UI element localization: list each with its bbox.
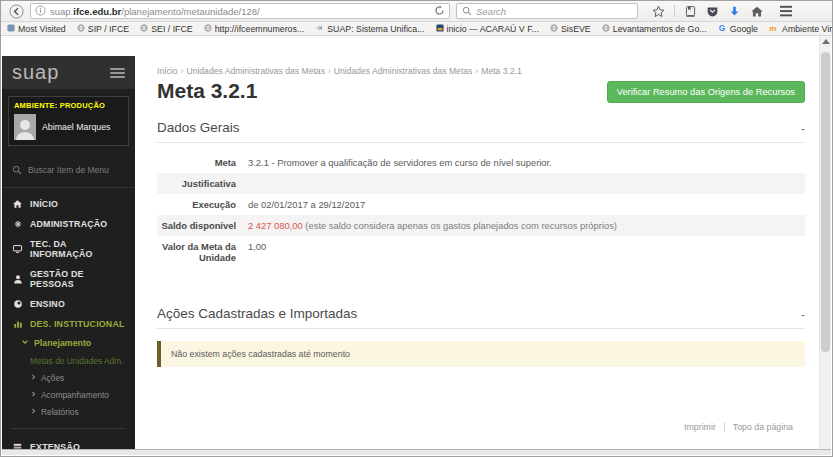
bookmark-ambiente-virtual-de-a[interactable]: mAmbiente Virtual de A...	[769, 24, 832, 34]
toolbar-buttons	[652, 5, 793, 18]
data-row-justificativa: Justificativa	[157, 173, 805, 194]
page-viewport: suap AMBIENTE: PRODUÇÃO Abimael Marques …	[2, 36, 831, 455]
chevron-right-icon	[30, 390, 37, 400]
menu-divider	[12, 428, 125, 429]
row-value: 1,00	[245, 236, 805, 268]
search-input[interactable]: Search	[456, 3, 638, 19]
info-icon[interactable]	[35, 2, 46, 20]
user-name[interactable]: Abimael Marques	[42, 122, 110, 132]
chevron-right-icon	[30, 407, 37, 417]
bookmark-label: Most Visited	[18, 24, 66, 34]
suap-logo: suap	[12, 61, 59, 84]
sidebar-item-label: TEC. DA INFORMAÇÃO	[30, 239, 125, 259]
breadcrumb-item-unidades-administrativas-das-metas[interactable]: Unidades Administrativas das Metas	[334, 66, 473, 76]
bookmark-label: SisEVE	[561, 24, 591, 34]
reload-icon[interactable]	[434, 2, 445, 20]
cog-icon	[12, 219, 23, 229]
bookmark-label: Levantamentos de Go...	[613, 24, 707, 34]
bookmark-label: SIP / IFCE	[88, 24, 129, 34]
url-bar[interactable]: suap.ifce.edu.br/planejamento/metaunidad…	[30, 3, 450, 19]
collapse-toggle[interactable]: -	[801, 123, 805, 135]
user-icon	[12, 274, 23, 284]
bookmark-google[interactable]: GGoogle	[718, 23, 758, 34]
circle-icon	[12, 299, 23, 309]
sidebar-item-planejamento[interactable]: Planejamento	[2, 334, 135, 352]
globe-icon	[550, 24, 558, 34]
bar-chart-icon	[12, 319, 23, 329]
bookmark-siseve[interactable]: SisEVE	[550, 24, 591, 34]
row-value: 2 427 080,00 (este saldo considera apena…	[245, 215, 805, 236]
google-icon: G	[718, 23, 727, 34]
scrollbar-thumb[interactable]	[821, 52, 830, 352]
sidebar-item-inicio[interactable]: INÍCIO	[2, 194, 135, 214]
pocket-shield-icon[interactable]	[706, 5, 719, 18]
row-value: 3.2.1 - Promover a qualificação de servi…	[245, 152, 805, 173]
user-box: AMBIENTE: PRODUÇÃO Abimael Marques	[8, 96, 129, 146]
sidebar-item-metas-de-unidades-adm[interactable]: Metas de Unidades Adm.	[2, 352, 135, 369]
sidebar-item-label: Metas de Unidades Adm.	[30, 356, 124, 366]
page-scrollbar[interactable]	[819, 36, 831, 449]
sidebar-item-label: DES. INSTITUCIONAL	[30, 319, 125, 329]
most-visited-icon	[7, 24, 15, 34]
sidebar-item-label: Planejamento	[34, 338, 91, 348]
sidebar-header: suap	[2, 56, 135, 89]
main-content: Início›Unidades Administrativas das Meta…	[157, 66, 805, 367]
breadcrumb-separator: ›	[328, 66, 331, 76]
scrollbar-up-arrow-icon[interactable]	[820, 39, 831, 49]
data-row-meta: Meta3.2.1 - Promover a qualificação de s…	[157, 152, 805, 173]
bookmark-inicio-acarau-v-f[interactable]: inicio — ACARAÚ V F...	[436, 24, 539, 34]
menu-search-input[interactable]: Buscar Item de Menu	[2, 152, 135, 188]
sidebar-item-des-institucional[interactable]: DES. INSTITUCIONAL	[2, 314, 135, 334]
url-text: suap.ifce.edu.br/planejamento/metaunidad…	[50, 6, 430, 17]
sidebar-item-ensino[interactable]: ENSINO	[2, 294, 135, 314]
svg-text:G: G	[718, 24, 724, 33]
bookmark-most-visited[interactable]: Most Visited	[7, 24, 66, 34]
globe-icon	[602, 24, 610, 34]
bookmark-levantamentos-de-go[interactable]: Levantamentos de Go...	[602, 24, 707, 34]
sidebar-item-gestao-de-pessoas[interactable]: GESTÃO DE PESSOAS	[2, 264, 135, 294]
sidebar-hamburger-icon[interactable]	[110, 68, 125, 78]
breadcrumb-item-unidades-administrativas-das-metas[interactable]: Unidades Administrativas das Metas	[186, 66, 325, 76]
row-label: Execução	[157, 194, 245, 215]
sidebar-item-administracao[interactable]: ADMINISTRAÇÃO	[2, 214, 135, 234]
suap-site-icon	[315, 24, 324, 34]
footer-links: ImprimirTopo da página	[676, 422, 801, 432]
globe-icon	[204, 24, 212, 34]
bookmark-label: SEI / IFCE	[151, 24, 193, 34]
home-icon[interactable]	[750, 5, 764, 18]
back-button[interactable]	[8, 3, 24, 19]
avatar	[14, 114, 36, 140]
sidebar-item-label: Relatórios	[41, 407, 79, 417]
search-icon	[462, 2, 472, 20]
breadcrumb-item-inicio[interactable]: Início	[157, 66, 178, 76]
bookmark-sei-ifce[interactable]: SEI / IFCE	[140, 24, 193, 34]
menu-hamburger-icon[interactable]	[779, 5, 793, 17]
bookmark-star-icon[interactable]	[652, 5, 665, 18]
sidebar-item-acompanhamento[interactable]: Acompanhamento	[2, 386, 135, 403]
bookmark-suap-sistema-unifica[interactable]: SUAP: Sistema Unifica...	[315, 24, 424, 34]
sidebar-item-acoes[interactable]: Ações	[2, 369, 135, 386]
footer-link-topo-da-pagina[interactable]: Topo da página	[724, 422, 801, 432]
window-bottom-edge	[2, 449, 831, 455]
verify-resources-button[interactable]: Verificar Resumo das Origens de Recursos	[607, 81, 805, 103]
section-title: Dados Gerais	[157, 120, 240, 135]
row-value: de 02/01/2017 a 29/12/2017	[245, 194, 805, 215]
sidebar-item-relatorios[interactable]: Relatórios	[2, 403, 135, 420]
collapse-toggle[interactable]: -	[801, 309, 805, 321]
monitor-icon	[12, 244, 23, 254]
bookmark-label: Google	[730, 24, 758, 34]
section-acoes-header: Ações Cadastradas e Importadas -	[157, 306, 805, 329]
download-arrow-icon[interactable]	[728, 5, 741, 18]
svg-text:m: m	[769, 24, 776, 32]
empty-actions-alert: Não existem ações cadastradas até moment…	[157, 341, 805, 367]
sidebar-item-label: INÍCIO	[30, 199, 58, 209]
globe-icon	[77, 24, 85, 34]
bookmarks-menu-icon[interactable]	[684, 5, 697, 18]
bookmark-sip-ifce[interactable]: SIP / IFCE	[77, 24, 129, 34]
footer-link-imprimir[interactable]: Imprimir	[676, 422, 724, 432]
acarau-site-icon	[436, 24, 444, 34]
data-row-valor-da-meta-da-unidade: Valor da Meta da Unidade1,00	[157, 236, 805, 268]
sidebar: suap AMBIENTE: PRODUÇÃO Abimael Marques …	[2, 56, 135, 451]
sidebar-item-tec-da-informacao[interactable]: TEC. DA INFORMAÇÃO	[2, 234, 135, 264]
bookmark-http-ifceemnumeros[interactable]: http://ifceemnumeros...	[204, 24, 304, 34]
